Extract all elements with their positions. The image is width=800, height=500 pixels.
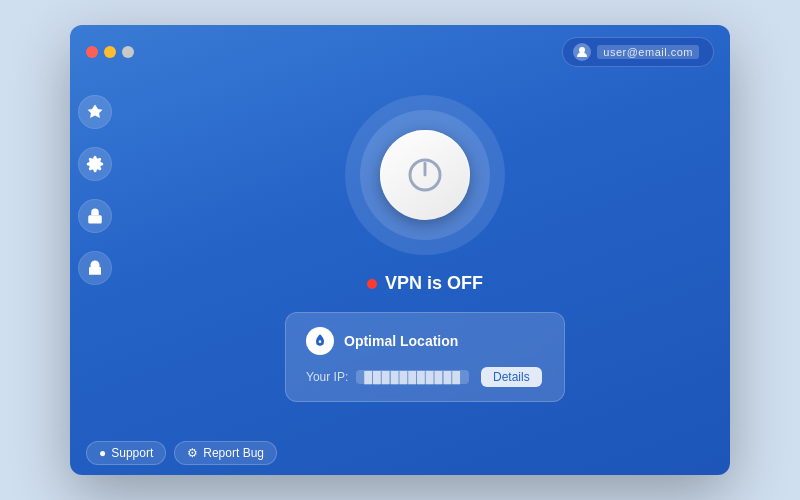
center-content: VPN is OFF Optimal Location Your IP: ███… <box>120 75 730 431</box>
ip-row: Your IP: ███████████ Details <box>306 367 544 387</box>
power-ring-inner <box>360 110 490 240</box>
main-area: VPN is OFF Optimal Location Your IP: ███… <box>70 75 730 431</box>
location-card: Optimal Location Your IP: ███████████ De… <box>285 312 565 402</box>
app-window: user@email.com <box>70 25 730 475</box>
user-icon <box>573 43 591 61</box>
traffic-lights <box>86 46 134 58</box>
location-name: Optimal Location <box>344 333 458 349</box>
minimize-button[interactable] <box>104 46 116 58</box>
status-dot <box>367 279 377 289</box>
sidebar-item-servers[interactable] <box>78 95 112 129</box>
optimal-icon <box>306 327 334 355</box>
footer: ● Support ⚙ Report Bug <box>70 431 730 475</box>
support-icon: ● <box>99 446 106 460</box>
bug-icon: ⚙ <box>187 446 198 460</box>
svg-rect-1 <box>88 215 102 223</box>
sidebar-item-security[interactable] <box>78 199 112 233</box>
power-ring-outer <box>345 95 505 255</box>
ip-label: Your IP: <box>306 370 348 384</box>
sidebar-item-block[interactable] <box>78 251 112 285</box>
power-icon <box>405 155 445 195</box>
close-button[interactable] <box>86 46 98 58</box>
account-name: user@email.com <box>597 45 699 59</box>
support-label: Support <box>111 446 153 460</box>
sidebar-item-settings[interactable] <box>78 147 112 181</box>
account-button[interactable]: user@email.com <box>562 37 714 67</box>
maximize-button[interactable] <box>122 46 134 58</box>
report-bug-label: Report Bug <box>203 446 264 460</box>
title-bar: user@email.com <box>70 25 730 75</box>
support-button[interactable]: ● Support <box>86 441 166 465</box>
power-button[interactable] <box>380 130 470 220</box>
report-bug-button[interactable]: ⚙ Report Bug <box>174 441 277 465</box>
details-button[interactable]: Details <box>481 367 542 387</box>
ip-value: ███████████ <box>356 370 469 384</box>
vpn-status-text: VPN is OFF <box>385 273 483 294</box>
sidebar <box>70 75 120 431</box>
vpn-status: VPN is OFF <box>367 273 483 294</box>
location-header: Optimal Location <box>306 327 544 355</box>
